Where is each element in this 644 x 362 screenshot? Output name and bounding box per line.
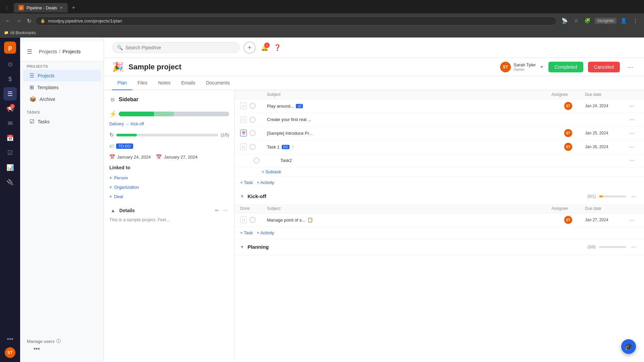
planning-more-button[interactable]: ⋯ bbox=[629, 243, 639, 251]
incognito-badge: Incognito bbox=[595, 18, 616, 24]
kickoff-more-button[interactable]: ⋯ bbox=[629, 192, 639, 200]
task-more-button[interactable]: ⋯ bbox=[627, 129, 637, 137]
canceled-button[interactable]: Canceled bbox=[588, 62, 620, 72]
rail-btn-projects[interactable]: ☰ bbox=[3, 87, 17, 101]
details-desc: This is a sample project. Feel... bbox=[109, 217, 229, 222]
sidebar-item-tasks[interactable]: ☑ Tasks bbox=[23, 116, 101, 127]
task-more-button[interactable]: ⋯ bbox=[627, 116, 637, 123]
sidebar-item-projects[interactable]: ☰ Projects bbox=[23, 70, 101, 81]
add-activity-button-upper[interactable]: + Activity bbox=[257, 180, 274, 185]
task-more-area: ⋯ bbox=[625, 102, 639, 110]
task-more-button[interactable]: ⋯ bbox=[627, 216, 637, 224]
tab-group-button[interactable]: ⋮ bbox=[3, 4, 11, 12]
tab-notes[interactable]: Notes bbox=[153, 76, 176, 90]
sidebar-item-templates[interactable]: ⊞ Templates bbox=[23, 81, 101, 93]
planning-section-header[interactable]: ▼ Planning (0/0) ⋯ bbox=[235, 239, 644, 255]
owner-dropdown-icon[interactable]: ▼ bbox=[540, 65, 544, 69]
completed-button[interactable]: Completed bbox=[548, 62, 583, 72]
task-checkbox[interactable] bbox=[254, 158, 260, 164]
task-checkbox[interactable] bbox=[250, 117, 256, 123]
task-type-icon[interactable]: □ bbox=[240, 116, 247, 123]
sidebar-more-dots[interactable]: ••• bbox=[27, 344, 97, 354]
sidebar-item-archive[interactable]: 📦 Archive bbox=[23, 93, 101, 105]
rail-btn-calendar[interactable]: 📅 bbox=[3, 131, 17, 145]
help-button[interactable]: ❓ bbox=[272, 43, 282, 53]
task-assignee: ST bbox=[551, 216, 585, 224]
manage-users-link[interactable]: Manage users ⓘ bbox=[27, 338, 97, 344]
task-assignee: ST bbox=[551, 143, 585, 151]
link-deal[interactable]: + Deal bbox=[109, 192, 229, 201]
active-tab[interactable]: p Pipeline - Deals ✕ bbox=[14, 3, 68, 12]
task-note-icon[interactable]: 📋 bbox=[307, 217, 313, 223]
col-due: Due date bbox=[585, 206, 625, 211]
assignee-avatar: ST bbox=[564, 143, 572, 151]
address-bar[interactable]: 🔒 moodjoy.pipedrive.com/projects/1/plan bbox=[35, 16, 557, 25]
task-type-icon[interactable]: □ bbox=[240, 217, 247, 223]
task-type-icon[interactable]: □ bbox=[240, 103, 247, 109]
tab-emails[interactable]: Emails bbox=[176, 76, 201, 90]
rail-btn-activities[interactable]: ☑ bbox=[3, 146, 17, 160]
task-more-button[interactable]: ⋯ bbox=[627, 143, 637, 151]
bookmark-button[interactable]: ☆ bbox=[572, 16, 580, 25]
new-tab-button[interactable]: + bbox=[69, 4, 78, 12]
sidebar-panel: ⊟ Sidebar ⚡ bbox=[104, 90, 235, 362]
tab-documents[interactable]: Documents bbox=[201, 76, 235, 90]
add-global-button[interactable]: + bbox=[244, 42, 256, 54]
tab-plan[interactable]: Plan bbox=[112, 76, 132, 90]
back-button[interactable]: ← bbox=[4, 16, 12, 25]
link-person[interactable]: + Person bbox=[109, 173, 229, 182]
task-type-icon[interactable]: □ bbox=[240, 143, 247, 150]
table-row: □ Task 1 0/1 ↑ ST Jan 26, 2024 bbox=[235, 140, 644, 154]
browser-window: ⋮ p Pipeline - Deals ✕ + ← → ↻ 🔒 moodjoy… bbox=[0, 0, 644, 362]
task-subject: Manage point of s... 📋 bbox=[267, 217, 551, 223]
reload-button[interactable]: ↻ bbox=[25, 16, 33, 25]
add-subtask-button[interactable]: + Subtask bbox=[262, 169, 281, 174]
tab-close-button[interactable]: ✕ bbox=[60, 5, 63, 10]
project-header: 🔍 + 🔔 2 ❓ bbox=[104, 38, 644, 58]
tab-files[interactable]: Files bbox=[132, 76, 153, 90]
task-more-button[interactable]: ⋯ bbox=[627, 157, 637, 164]
task-more-button[interactable]: ⋯ bbox=[627, 102, 637, 110]
rail-btn-integrations[interactable]: 🔌 bbox=[3, 176, 17, 189]
task-checkbox[interactable] bbox=[250, 144, 256, 150]
details-more-btn[interactable]: ⋯ bbox=[222, 207, 229, 214]
extension-button[interactable]: 🧩 bbox=[582, 16, 593, 25]
task-checkbox[interactable] bbox=[250, 130, 256, 136]
details-edit-btn[interactable]: ✏ bbox=[214, 207, 220, 214]
breadcrumb-projects[interactable]: Projects bbox=[39, 49, 57, 54]
forward-button[interactable]: → bbox=[15, 16, 23, 25]
account-button[interactable]: 👤 bbox=[619, 16, 629, 25]
cast-button[interactable]: 📡 bbox=[559, 16, 570, 25]
rail-btn-more[interactable]: ••• bbox=[3, 333, 17, 346]
link-organization[interactable]: + Organization bbox=[109, 182, 229, 192]
rail-btn-campaigns[interactable]: 📢 2 bbox=[3, 102, 17, 115]
kickoff-section-header[interactable]: ▼ Kick-off (0/1) ⋯ bbox=[235, 188, 644, 204]
rail-btn-reports[interactable]: 📊 bbox=[3, 161, 17, 174]
app-logo[interactable]: p bbox=[4, 42, 16, 54]
rail-user-avatar[interactable]: ST bbox=[5, 347, 15, 358]
breadcrumb-current: Projects bbox=[62, 49, 80, 54]
task-checkbox[interactable] bbox=[250, 103, 256, 109]
search-input[interactable] bbox=[125, 45, 234, 50]
meeting-type-icon[interactable]: 📅 bbox=[240, 130, 247, 136]
menu-button[interactable]: ⋮ bbox=[631, 16, 640, 25]
add-activity-button-kickoff[interactable]: + Activity bbox=[257, 230, 274, 235]
rail-btn-mail[interactable]: ✉ bbox=[3, 117, 17, 130]
search-bar[interactable]: 🔍 bbox=[112, 42, 239, 53]
add-task-button-kickoff[interactable]: + Task bbox=[240, 230, 253, 235]
rail-btn-home[interactable]: ⊙ bbox=[3, 58, 17, 71]
sidebar-collapse-button[interactable]: ⊟ bbox=[109, 96, 116, 104]
bookmarks-icon: 📁 bbox=[4, 31, 9, 35]
breadcrumb: Projects / Projects bbox=[39, 49, 81, 54]
rail-btn-deals[interactable]: $ bbox=[3, 72, 17, 86]
menu-toggle-button[interactable]: ☰ bbox=[25, 47, 34, 57]
sidebar-scroll: PROJECTS ☰ Projects ⊞ Templates 📦 Archiv… bbox=[20, 62, 104, 334]
task-checkbox[interactable] bbox=[250, 217, 256, 223]
details-collapse-btn[interactable]: ▲ bbox=[109, 206, 117, 215]
task-assignee: ST bbox=[551, 129, 585, 137]
table-row: 📅 [Sample] Introduce Pr... ST Jan 25, 20… bbox=[235, 126, 644, 140]
add-task-button-upper[interactable]: + Task bbox=[240, 180, 253, 185]
help-floating-button[interactable]: 🎓 bbox=[621, 339, 636, 354]
notifications-button[interactable]: 🔔 2 bbox=[260, 43, 270, 53]
project-more-button[interactable]: ⋯ bbox=[625, 62, 636, 72]
